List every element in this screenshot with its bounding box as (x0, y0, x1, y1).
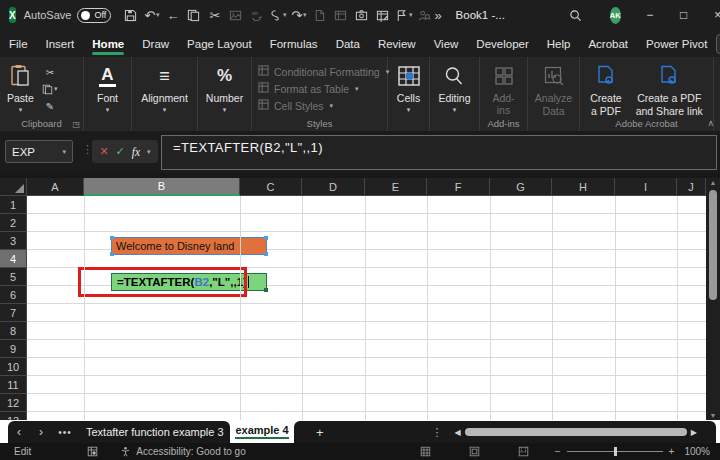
pin-table-icon[interactable] (331, 5, 350, 25)
new-sheet-button[interactable]: + (316, 425, 324, 440)
column-header-d[interactable]: D (302, 178, 365, 196)
table-edit-icon[interactable] (373, 5, 392, 25)
zoom-in-icon[interactable]: + (669, 446, 675, 457)
fill-handle[interactable] (264, 288, 268, 292)
row-header-3[interactable]: 3 (0, 232, 27, 250)
copy-button[interactable]: ▾ (41, 82, 59, 96)
picture-icon[interactable] (226, 5, 245, 25)
horizontal-scrollbar[interactable]: ◀ ▶ (455, 428, 697, 437)
vertical-scrollbar[interactable]: ▲ ▼ (706, 178, 720, 420)
sheet-tab-active[interactable]: example 4 (230, 420, 294, 443)
formula-input[interactable]: =TEXTAFTER(B2,"L",,1) (161, 135, 717, 170)
row-header-1[interactable]: 1 (0, 196, 27, 214)
save-icon[interactable] (121, 5, 140, 25)
cells-button[interactable]: Cells ▾ (390, 63, 427, 114)
horizontal-scroll-thumb[interactable] (465, 428, 687, 436)
name-box[interactable]: EXP ▾ (5, 140, 73, 163)
column-header-f[interactable]: F (427, 178, 490, 196)
collapse-ribbon-icon[interactable]: ∧ (707, 118, 714, 128)
people-search-icon[interactable] (415, 5, 434, 25)
lasso-select-icon[interactable]: ▾ (268, 5, 287, 25)
redo-icon[interactable]: ↷▾ (289, 5, 308, 25)
row-header-6[interactable]: 6 (0, 286, 27, 304)
row-header-12[interactable]: 12 (0, 394, 27, 412)
tab-bar-menu-icon[interactable]: ⋮ (432, 426, 443, 439)
undo-icon[interactable]: ↶▾ (142, 5, 161, 25)
row-header-5[interactable]: 5 (0, 268, 27, 286)
sheet-tab-inactive[interactable]: Textafter function example 3 (78, 426, 224, 438)
addins-button[interactable]: Add-ins (480, 63, 527, 116)
column-header-b[interactable]: B (84, 178, 240, 196)
ribbon-tab-review[interactable]: Review (369, 30, 425, 57)
zoom-out-icon[interactable]: − (555, 446, 561, 457)
cell-styles-button[interactable]: Cell Styles▾ (258, 98, 389, 113)
cell-b2[interactable]: Welcome to Disney land (111, 237, 267, 255)
ribbon-tab-formulas[interactable]: Formulas (261, 30, 327, 57)
row-header-4[interactable]: 4 (0, 250, 27, 268)
cut-icon[interactable]: ✂ (205, 5, 224, 25)
conditional-formatting-button[interactable]: Conditional Formatting▾ (258, 64, 389, 79)
column-header-c[interactable]: C (240, 178, 302, 196)
comments-button[interactable]: Comments (716, 34, 720, 54)
page-break-view-icon[interactable] (518, 446, 529, 457)
dialog-launcher-icon[interactable]: ◳ (72, 120, 80, 129)
select-all-button[interactable] (0, 178, 27, 196)
column-header-h[interactable]: H (552, 178, 615, 196)
autosave-control[interactable]: AutoSave Off (24, 8, 112, 23)
ribbon-tab-power-pivot[interactable]: Power Pivot (637, 30, 716, 57)
row-header-10[interactable]: 10 (0, 358, 27, 376)
copy-icon[interactable] (184, 5, 203, 25)
accessibility-status[interactable]: Accessibility: Good to go (136, 446, 246, 457)
maximize-button[interactable]: □ (667, 0, 701, 30)
cancel-icon[interactable]: ✕ (99, 145, 108, 158)
scroll-up-icon[interactable]: ▲ (706, 179, 720, 186)
zoom-slider[interactable] (567, 451, 663, 452)
analyze-data-button[interactable]: Analyze Data (528, 63, 579, 118)
toolbar-overflow-icon[interactable]: » (434, 5, 441, 25)
row-header-13[interactable]: 13 (0, 412, 27, 420)
replace-icon[interactable]: ab (247, 5, 266, 25)
column-header-e[interactable]: E (365, 178, 427, 196)
scroll-right-icon[interactable]: ▶ (691, 428, 697, 437)
next-sheet-icon[interactable]: › (30, 425, 52, 439)
vertical-scroll-thumb[interactable] (709, 190, 717, 300)
zoom-slider-thumb[interactable] (614, 447, 617, 456)
autosave-toggle[interactable]: Off (77, 8, 111, 23)
insert-function-icon[interactable]: fx (132, 146, 140, 158)
camera-icon[interactable] (352, 5, 371, 25)
ribbon-tab-developer[interactable]: Developer (467, 30, 537, 57)
ribbon-tab-home[interactable]: Home (83, 30, 133, 57)
cut-button[interactable]: ✂ (41, 65, 59, 79)
flag-icon[interactable]: ▾ (394, 5, 413, 25)
ribbon-tab-file[interactable]: File (0, 30, 37, 57)
search-icon[interactable] (569, 5, 582, 25)
enter-icon[interactable]: ✓ (116, 145, 125, 158)
alignment-button[interactable]: ≡ Alignment ▾ (134, 63, 195, 114)
ribbon-tab-draw[interactable]: Draw (133, 30, 178, 57)
scroll-down-icon[interactable]: ▼ (706, 412, 720, 419)
new-file-icon[interactable] (310, 5, 329, 25)
editing-button[interactable]: Editing ▾ (431, 63, 477, 114)
ribbon-tab-page-layout[interactable]: Page Layout (178, 30, 261, 57)
minimize-button[interactable]: − (633, 0, 667, 30)
prev-sheet-icon[interactable]: ‹ (8, 425, 30, 439)
sheet-list-icon[interactable]: ••• (52, 427, 78, 438)
column-header-j[interactable]: J (677, 178, 706, 196)
zoom-level[interactable]: 100% (684, 446, 710, 457)
ribbon-tab-data[interactable]: Data (327, 30, 369, 57)
format-painter-button[interactable]: ✎ (41, 99, 59, 113)
font-button[interactable]: A Font ▾ (90, 63, 125, 114)
close-button[interactable]: × (701, 0, 720, 30)
column-header-a[interactable]: A (27, 178, 84, 196)
row-header-7[interactable]: 7 (0, 304, 27, 322)
ribbon-tab-help[interactable]: Help (538, 30, 580, 57)
avatar[interactable]: AK (610, 7, 621, 24)
ribbon-tab-insert[interactable]: Insert (37, 30, 84, 57)
number-button[interactable]: % Number ▾ (199, 63, 250, 114)
cell-area[interactable]: Welcome to Disney land =TEXTAFTER(B2,"L"… (27, 196, 706, 420)
page-layout-view-icon[interactable] (469, 446, 480, 457)
row-header-2[interactable]: 2 (0, 214, 27, 232)
row-header-8[interactable]: 8 (0, 322, 27, 340)
column-header-g[interactable]: G (490, 178, 552, 196)
format-as-table-button[interactable]: Format as Table▾ (258, 81, 389, 96)
